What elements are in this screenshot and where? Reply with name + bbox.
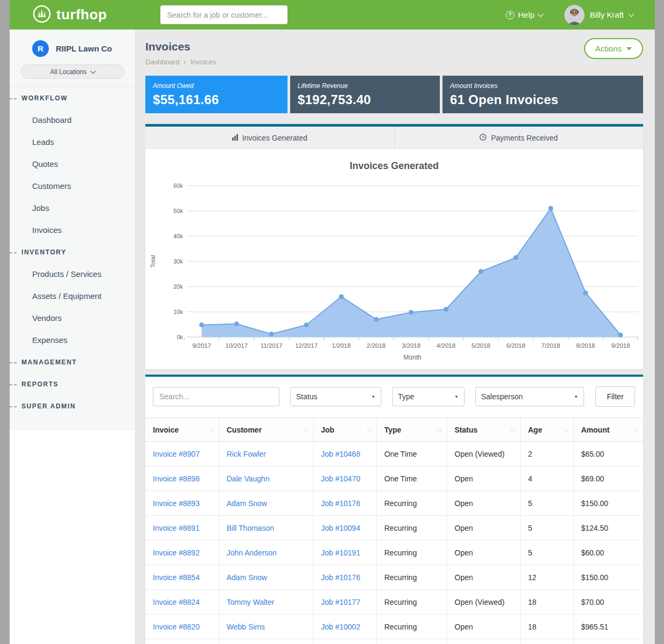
right-scrollbar-strip[interactable] xyxy=(655,0,664,644)
user-avatar xyxy=(564,5,585,25)
table-row: Invoice #8907Rick FowlerJob #10468One Ti… xyxy=(145,442,643,466)
invoice-link[interactable]: Invoice #8854 xyxy=(153,573,200,582)
customer-link[interactable]: Dale Vaughn xyxy=(227,474,270,483)
customer-link[interactable]: Adam Snow xyxy=(227,499,267,508)
sidebar-item-vendors[interactable]: Vendors xyxy=(10,307,135,329)
user-name: Billy Kraft xyxy=(590,10,624,19)
section-dash-icon xyxy=(10,98,17,99)
screen: turfhop ? Help xyxy=(0,0,664,644)
sidebar-section-super-admin[interactable]: SUPER ADMIN xyxy=(10,395,135,417)
actions-button[interactable]: Actions xyxy=(584,38,643,59)
top-navbar: turfhop ? Help xyxy=(10,0,655,30)
cell-type: Recurring xyxy=(377,614,447,639)
sort-icon: ↑↓ xyxy=(511,427,515,433)
cell-invoice: Invoice #8854 xyxy=(145,565,219,590)
invoices-area-chart: 0k10k20k30k40k50k60k9/201710/201711/2017… xyxy=(145,175,643,364)
customer-link[interactable]: Adam Snow xyxy=(227,573,267,582)
cell-customer: Tommy Walter xyxy=(219,590,313,614)
sort-icon: ↑↓ xyxy=(367,427,371,433)
cell-invoice: Invoice #8898 xyxy=(145,466,219,491)
invoices-table: Invoice↑↓Customer↑↓Job↑↓Type↑↓Status↑↓Ag… xyxy=(145,418,643,644)
cell-invoice xyxy=(145,639,219,644)
column-header-status[interactable]: Status↑↓ xyxy=(447,418,520,442)
chart-title: Invoices Generated xyxy=(145,149,643,175)
stat-label: Amount Owed xyxy=(153,82,280,90)
cell-amount: $150.00 xyxy=(573,491,643,516)
cell-age: 2 xyxy=(520,442,573,466)
sidebar-item-assets-equipment[interactable]: Assets / Equipment xyxy=(10,285,135,307)
job-link[interactable]: Job #10176 xyxy=(321,499,360,508)
cell-type: Recurring xyxy=(377,516,447,540)
column-header-invoice[interactable]: Invoice↑↓ xyxy=(145,418,219,442)
stat-value: 61 Open Invoices xyxy=(450,92,636,107)
sidebar-section-workflow[interactable]: WORKFLOW xyxy=(10,87,135,109)
salesperson-select[interactable]: Salesperson ▼ xyxy=(475,387,584,406)
customer-link[interactable]: Tommy Walter xyxy=(227,598,275,606)
invoice-link[interactable]: Invoice #8891 xyxy=(153,524,200,532)
invoice-link[interactable]: Invoice #8824 xyxy=(153,598,200,606)
job-link[interactable]: Job #10094 xyxy=(321,524,360,532)
section-dash-icon xyxy=(10,384,17,385)
customer-link[interactable]: Rick Fowler xyxy=(227,450,266,458)
tab-invoices-generated[interactable]: Invoices Generated xyxy=(145,127,394,149)
job-link[interactable]: Job #10002 xyxy=(321,623,360,631)
column-header-amount[interactable]: Amount↑↓ xyxy=(573,418,643,442)
column-header-customer[interactable]: Customer↑↓ xyxy=(219,418,313,442)
invoice-link[interactable]: Invoice #8892 xyxy=(153,548,200,557)
column-header-label: Invoice xyxy=(153,426,179,434)
help-label: Help xyxy=(518,10,535,19)
job-link[interactable]: Job #10176 xyxy=(321,573,360,582)
cell-type xyxy=(377,639,447,644)
cell-job: Job #10468 xyxy=(313,442,377,466)
section-dash-icon xyxy=(10,252,17,253)
sidebar-section-inventory[interactable]: INVENTORY xyxy=(10,241,135,263)
invoice-link[interactable]: Invoice #8893 xyxy=(153,499,200,508)
breadcrumb-dashboard[interactable]: Dashboard xyxy=(145,58,180,66)
sidebar-item-invoices[interactable]: Invoices xyxy=(10,219,135,241)
column-header-type[interactable]: Type↑↓ xyxy=(377,418,447,442)
sidebar-item-dashboard[interactable]: Dashboard xyxy=(10,109,135,131)
svg-text:11/2017: 11/2017 xyxy=(261,342,283,349)
cell-invoice: Invoice #8892 xyxy=(145,540,219,565)
sidebar-item-products-services[interactable]: Products / Services xyxy=(10,263,135,285)
sidebar-item-customers[interactable]: Customers xyxy=(10,175,135,197)
cell-job: Job #10176 xyxy=(313,565,377,590)
sidebar-item-quotes[interactable]: Quotes xyxy=(10,153,135,175)
status-select[interactable]: Status ▼ xyxy=(290,387,381,406)
cell-customer: Bill Thomason xyxy=(219,516,313,540)
invoice-link[interactable]: Invoice #8898 xyxy=(153,474,200,483)
invoice-link[interactable]: Invoice #8820 xyxy=(153,623,200,631)
filter-button[interactable]: Filter xyxy=(595,386,635,407)
user-menu[interactable]: Billy Kraft xyxy=(564,5,633,25)
cell-job xyxy=(313,639,377,644)
customer-link[interactable]: Webb Sims xyxy=(227,623,265,631)
global-search-input[interactable] xyxy=(160,5,287,24)
column-header-label: Job xyxy=(321,426,335,434)
job-link[interactable]: Job #10177 xyxy=(321,598,360,606)
cell-status: Open xyxy=(447,491,520,516)
job-link[interactable]: Job #10468 xyxy=(321,450,360,458)
cell-customer: Dale Vaughn xyxy=(219,466,313,491)
sidebar-item-expenses[interactable]: Expenses xyxy=(10,329,135,351)
customer-link[interactable]: John Anderson xyxy=(227,548,277,557)
location-selector[interactable]: All Locations xyxy=(20,64,124,79)
sidebar-section-management[interactable]: MANAGEMENT xyxy=(10,351,135,373)
sidebar-item-jobs[interactable]: Jobs xyxy=(10,197,135,219)
job-link[interactable]: Job #10191 xyxy=(321,548,360,557)
column-header-age[interactable]: Age↑↓ xyxy=(520,418,573,442)
invoice-list-panel: Status ▼ Type ▼ Salesperson ▼ Filter xyxy=(145,375,643,644)
left-scrollbar-strip[interactable] xyxy=(0,0,10,644)
column-header-job[interactable]: Job↑↓ xyxy=(313,418,377,442)
help-menu[interactable]: ? Help xyxy=(506,10,543,19)
sidebar-item-leads[interactable]: Leads xyxy=(10,131,135,153)
table-search-input[interactable] xyxy=(153,387,279,406)
invoice-link[interactable]: Invoice #8907 xyxy=(153,450,200,458)
type-select[interactable]: Type ▼ xyxy=(392,387,464,406)
job-link[interactable]: Job #10470 xyxy=(321,474,360,483)
brand-logo[interactable]: turfhop xyxy=(32,4,107,26)
cell-invoice: Invoice #8893 xyxy=(145,491,219,516)
tab-payments-received[interactable]: Payments Received xyxy=(394,127,644,149)
sidebar-section-reports[interactable]: REPORTS xyxy=(10,373,135,395)
status-select-value: Status xyxy=(296,392,318,401)
customer-link[interactable]: Bill Thomason xyxy=(227,524,274,532)
